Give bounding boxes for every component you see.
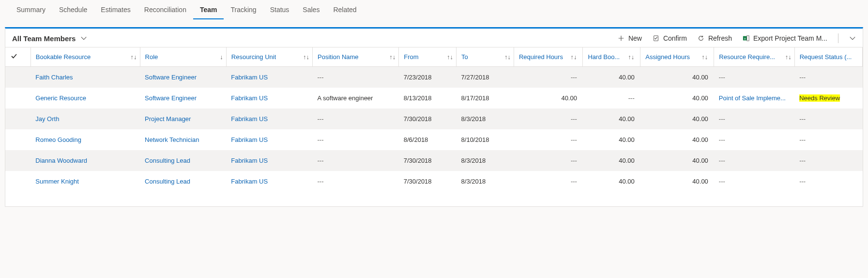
cell-request-status: --- <box>794 108 862 129</box>
cell-hard-book: --- <box>583 88 640 108</box>
row-select-cell[interactable] <box>5 171 30 192</box>
cell-from: 7/30/2018 <box>399 150 457 171</box>
subgrid-toolbar: New Confirm Refresh x Export Project Tea… <box>618 33 856 43</box>
cell-role[interactable]: Consulting Lead <box>140 150 226 171</box>
tab-related[interactable]: Related <box>326 1 363 19</box>
cell-resource-requirement: --- <box>714 67 794 88</box>
column-label: Assigned Hours <box>645 53 690 61</box>
table-row[interactable]: Jay OrthProject ManagerFabrikam US---7/3… <box>5 108 863 129</box>
column-header-position-name[interactable]: Position Name↑↓ <box>313 47 399 67</box>
table-row[interactable]: Generic ResourceSoftware EngineerFabrika… <box>5 88 863 108</box>
column-header-from[interactable]: From↑↓ <box>399 47 457 67</box>
cell-required-hours: --- <box>514 171 583 192</box>
cell-hard-book: 40.00 <box>583 108 640 129</box>
view-title-label: All Team Members <box>12 34 76 43</box>
cell-required-hours: --- <box>514 67 583 88</box>
column-header-to[interactable]: To↑↓ <box>457 47 514 67</box>
column-label: Resourcing Unit <box>231 53 276 61</box>
column-label: Bookable Resource <box>36 53 91 61</box>
column-header-hard-book[interactable]: Hard Boo...↑↓ <box>583 47 640 67</box>
column-header-assigned-hours[interactable]: Assigned Hours↑↓ <box>640 47 714 67</box>
cell-request-status: --- <box>794 150 862 171</box>
cell-resource-requirement[interactable]: Point of Sale Impleme... <box>714 88 794 108</box>
cell-resourcing-unit[interactable]: Fabrikam US <box>226 171 312 192</box>
cell-resourcing-unit[interactable]: Fabrikam US <box>226 108 312 129</box>
cell-from: 7/30/2018 <box>399 108 457 129</box>
table-row[interactable]: Dianna WoodwardConsulting LeadFabrikam U… <box>5 150 863 171</box>
row-select-cell[interactable] <box>5 88 30 108</box>
tab-summary[interactable]: Summary <box>10 1 52 19</box>
row-select-cell[interactable] <box>5 129 30 150</box>
cell-resourcing-unit[interactable]: Fabrikam US <box>226 67 312 88</box>
cell-role[interactable]: Software Engineer <box>140 67 226 88</box>
row-select-cell[interactable] <box>5 108 30 129</box>
svg-text:x: x <box>744 37 746 40</box>
column-select-all[interactable] <box>5 47 30 67</box>
sort-icon: ↑↓ <box>701 53 708 61</box>
cell-assigned-hours: 40.00 <box>640 171 714 192</box>
cell-assigned-hours: 40.00 <box>640 108 714 129</box>
column-header-role[interactable]: Role↓ <box>140 47 226 67</box>
cell-position-name: --- <box>313 108 399 129</box>
column-label: Required Hours <box>519 53 563 61</box>
more-commands-button[interactable] <box>849 35 856 42</box>
cell-bookable-resource[interactable]: Dianna Woodward <box>30 150 140 171</box>
cell-role[interactable]: Consulting Lead <box>140 171 226 192</box>
column-header-bookable-resource[interactable]: Bookable Resource↑↓ <box>30 47 140 67</box>
tab-status[interactable]: Status <box>263 1 296 19</box>
export-button[interactable]: x Export Project Team M... <box>743 34 827 42</box>
column-header-request-status[interactable]: Request Status (... <box>794 47 862 67</box>
tab-reconciliation[interactable]: Reconciliation <box>137 1 193 19</box>
cell-resourcing-unit[interactable]: Fabrikam US <box>226 129 312 150</box>
row-select-cell[interactable] <box>5 150 30 171</box>
column-label: From <box>404 53 418 61</box>
confirm-button[interactable]: Confirm <box>653 34 687 42</box>
refresh-icon <box>698 35 704 42</box>
new-button[interactable]: New <box>618 34 642 42</box>
cell-resourcing-unit[interactable]: Fabrikam US <box>226 150 312 171</box>
table-row[interactable]: Summer KnightConsulting LeadFabrikam US-… <box>5 171 863 192</box>
refresh-button[interactable]: Refresh <box>698 34 732 42</box>
cell-resourcing-unit[interactable]: Fabrikam US <box>226 88 312 108</box>
cell-required-hours: 40.00 <box>514 88 583 108</box>
column-header-resource-requirement[interactable]: Resource Require...↑↓ <box>714 47 794 67</box>
cell-position-name: A software engineer <box>313 88 399 108</box>
column-label: To <box>461 53 468 61</box>
tabs-bar: SummaryScheduleEstimatesReconciliationTe… <box>0 0 868 20</box>
cell-from: 7/23/2018 <box>399 67 457 88</box>
check-icon <box>10 54 18 62</box>
column-label: Request Status (... <box>800 53 852 61</box>
cell-role[interactable]: Project Manager <box>140 108 226 129</box>
column-header-required-hours[interactable]: Required Hours↑↓ <box>514 47 583 67</box>
cell-resource-requirement: --- <box>714 129 794 150</box>
table-row[interactable]: Romeo GoodingNetwork TechnicianFabrikam … <box>5 129 863 150</box>
tab-schedule[interactable]: Schedule <box>52 1 94 19</box>
column-label: Hard Boo... <box>588 53 620 61</box>
column-label: Resource Require... <box>719 53 775 61</box>
tab-sales[interactable]: Sales <box>296 1 326 19</box>
tab-estimates[interactable]: Estimates <box>94 1 137 19</box>
cell-role[interactable]: Software Engineer <box>140 88 226 108</box>
subgrid-panel: All Team Members New Confirm <box>5 27 863 207</box>
cell-role[interactable]: Network Technician <box>140 129 226 150</box>
cell-bookable-resource[interactable]: Generic Resource <box>30 88 140 108</box>
cell-request-status: --- <box>794 171 862 192</box>
tab-tracking[interactable]: Tracking <box>224 1 263 19</box>
cell-bookable-resource[interactable]: Jay Orth <box>30 108 140 129</box>
cell-bookable-resource[interactable]: Romeo Gooding <box>30 129 140 150</box>
tab-team[interactable]: Team <box>193 1 224 19</box>
cell-bookable-resource[interactable]: Faith Charles <box>30 67 140 88</box>
cell-resource-requirement: --- <box>714 108 794 129</box>
column-header-resourcing-unit[interactable]: Resourcing Unit↑↓ <box>226 47 312 67</box>
table-row[interactable]: Faith CharlesSoftware EngineerFabrikam U… <box>5 67 863 88</box>
cell-from: 7/30/2018 <box>399 171 457 192</box>
cell-position-name: --- <box>313 150 399 171</box>
cell-bookable-resource[interactable]: Summer Knight <box>30 171 140 192</box>
cell-to: 8/10/2018 <box>457 129 514 150</box>
cell-from: 8/13/2018 <box>399 88 457 108</box>
view-selector[interactable]: All Team Members <box>12 34 87 43</box>
row-select-cell[interactable] <box>5 67 30 88</box>
filter-down-icon: ↓ <box>220 53 223 61</box>
clipboard-check-icon <box>653 35 659 42</box>
cell-hard-book: 40.00 <box>583 129 640 150</box>
